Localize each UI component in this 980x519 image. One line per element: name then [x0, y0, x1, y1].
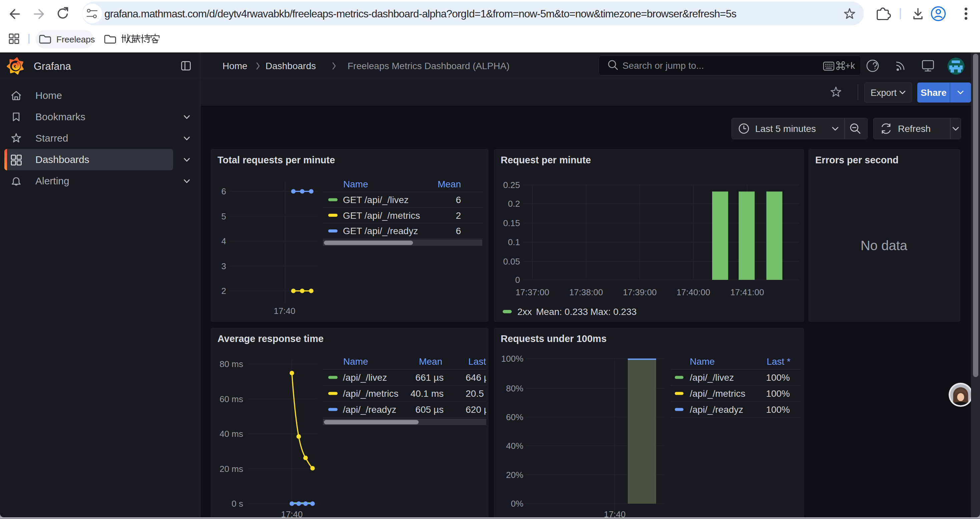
svg-text:17:40: 17:40 — [604, 509, 625, 517]
svg-text:0.15: 0.15 — [503, 218, 520, 228]
svg-text:17:41:00: 17:41:00 — [730, 287, 764, 297]
svg-text:Name: Name — [343, 356, 368, 367]
svg-text:17:40: 17:40 — [274, 306, 295, 316]
svg-text:17:40: 17:40 — [281, 509, 302, 517]
svg-text:80 ms: 80 ms — [220, 359, 243, 369]
svg-text:/api/_/readyz: /api/_/readyz — [343, 404, 396, 415]
svg-text:4: 4 — [221, 236, 226, 246]
svg-text:2: 2 — [221, 286, 226, 296]
svg-text:20%: 20% — [506, 470, 523, 480]
svg-text:40.1 ms: 40.1 ms — [410, 388, 444, 399]
svg-text:GET /api/_/metrics: GET /api/_/metrics — [343, 211, 420, 221]
svg-text:20 ms: 20 ms — [220, 464, 243, 474]
svg-text:/api/_/readyz: /api/_/readyz — [690, 404, 743, 415]
svg-text:646 µs: 646 µs — [466, 372, 494, 383]
svg-text:661 µs: 661 µs — [415, 372, 444, 383]
svg-text:/api/_/livez: /api/_/livez — [690, 372, 734, 383]
svg-text:Name: Name — [343, 179, 368, 189]
svg-text:5: 5 — [221, 211, 226, 222]
svg-text:Max: 0.233: Max: 0.233 — [590, 307, 637, 317]
svg-text:17:39:00: 17:39:00 — [623, 287, 657, 297]
svg-text:17:37:00: 17:37:00 — [515, 287, 549, 297]
svg-text:60 ms: 60 ms — [220, 394, 243, 404]
svg-text:20.5 ms: 20.5 ms — [466, 388, 499, 399]
svg-text:Mean: Mean — [438, 179, 461, 189]
svg-text:No data: No data — [861, 238, 908, 253]
svg-text:6: 6 — [221, 186, 226, 196]
svg-text:2xx: 2xx — [517, 307, 532, 317]
svg-text:40 ms: 40 ms — [220, 429, 243, 439]
svg-text:620 µs: 620 µs — [466, 404, 494, 415]
svg-text:GET /api/_/livez: GET /api/_/livez — [343, 195, 409, 205]
svg-text:GET /api/_/readyz: GET /api/_/readyz — [343, 226, 418, 236]
svg-text:0.05: 0.05 — [503, 257, 520, 267]
svg-text:100%: 100% — [766, 372, 790, 383]
svg-text:605 µs: 605 µs — [415, 404, 444, 415]
svg-text:2: 2 — [456, 211, 461, 221]
svg-text:Last *: Last * — [468, 356, 492, 367]
svg-text:Mean: Mean — [419, 356, 442, 367]
svg-text:100%: 100% — [501, 354, 524, 364]
svg-text:/api/_/metrics: /api/_/metrics — [690, 388, 746, 399]
svg-text:100%: 100% — [766, 404, 790, 415]
svg-text:17:40:00: 17:40:00 — [676, 287, 710, 297]
svg-text:0 s: 0 s — [231, 498, 243, 509]
svg-text:17:38:00: 17:38:00 — [569, 287, 603, 297]
svg-text:0%: 0% — [511, 498, 523, 509]
svg-text:3: 3 — [221, 261, 226, 271]
svg-text:Mean: 0.233: Mean: 0.233 — [536, 307, 588, 317]
svg-text:0.2: 0.2 — [508, 199, 520, 209]
svg-text:/api/_/livez: /api/_/livez — [343, 372, 387, 383]
svg-text:100%: 100% — [766, 388, 790, 399]
svg-text:80%: 80% — [506, 383, 523, 393]
svg-text:40%: 40% — [506, 441, 523, 451]
svg-text:6: 6 — [456, 195, 461, 205]
svg-text:Last *: Last * — [767, 356, 791, 367]
svg-text:Name: Name — [690, 356, 715, 367]
svg-text:0: 0 — [515, 275, 520, 285]
svg-text:60%: 60% — [506, 412, 523, 422]
svg-text:0.1: 0.1 — [508, 237, 520, 247]
svg-text:/api/_/metrics: /api/_/metrics — [343, 388, 399, 399]
svg-text:0.25: 0.25 — [503, 180, 520, 190]
svg-text:6: 6 — [456, 226, 461, 236]
